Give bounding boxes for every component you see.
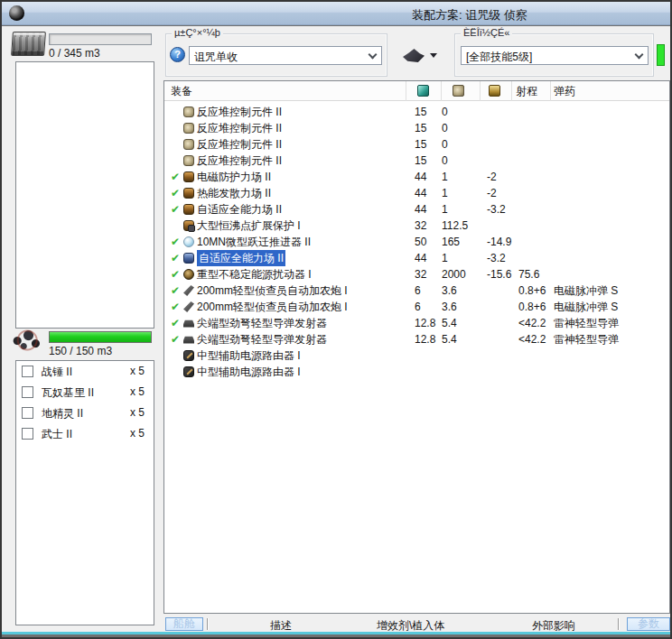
module-icon — [183, 318, 194, 329]
equipment-row[interactable]: ✔ 电磁防护力场 II 44 1 -2 — [164, 169, 669, 185]
drone-item[interactable]: 瓦奴基里 II x 5 — [20, 384, 150, 403]
capacitor-icon — [489, 85, 500, 97]
module-icon — [183, 220, 194, 231]
equipment-row[interactable]: ✔ 热能发散力场 II 44 1 -2 — [164, 185, 669, 201]
module-name: 自适应全能力场 II — [197, 201, 282, 218]
pg-value: 112.5 — [442, 218, 468, 234]
module-icon — [183, 350, 194, 361]
row-check-icon: ✔ — [171, 234, 180, 250]
drone-checkbox[interactable] — [22, 407, 33, 419]
equipment-row[interactable]: 大型恒沸点扩展保护 I 32 112.5 — [164, 218, 669, 234]
cpu-value: 32 — [415, 266, 426, 282]
module-name: 自适应全能力场 II — [197, 250, 285, 266]
equipment-row[interactable]: 反应堆控制元件 II 15 0 — [164, 104, 669, 120]
pg-value: 1 — [442, 185, 448, 201]
character-status-indicator — [657, 44, 665, 66]
tab-parameters-button[interactable]: 参数 — [627, 617, 670, 631]
pg-value: 0 — [442, 153, 448, 169]
cargo-hold-list[interactable] — [15, 61, 154, 329]
module-name: 尖端型劲弩轻型导弹发射器 — [197, 315, 327, 331]
fit-dropdown[interactable]: 诅咒单收 — [189, 46, 382, 65]
drone-capacity-label: 150 / 150 m3 — [49, 345, 112, 357]
drone-item[interactable]: 武士 II x 5 — [20, 426, 150, 444]
equipment-row[interactable]: 中型辅助电源路由器 I — [164, 364, 669, 380]
cpu-value: 44 — [415, 201, 426, 218]
chevron-down-icon — [369, 51, 378, 60]
drone-name: 地精灵 II — [42, 406, 83, 421]
cpu-value: 15 — [415, 120, 426, 136]
character-dropdown[interactable]: [全部技能5级] — [461, 46, 649, 65]
cpu-value: 44 — [415, 185, 426, 201]
drone-item[interactable]: 地精灵 II x 5 — [20, 405, 150, 423]
col-equipment-label: 装备 — [171, 84, 192, 99]
equipment-row[interactable]: 中型辅助电源路由器 I — [164, 347, 669, 364]
range-value: 0.8+6 — [518, 299, 546, 315]
cap-value: -2 — [487, 185, 497, 201]
range-value: <42.2 — [518, 331, 546, 347]
drone-checkbox[interactable] — [22, 386, 33, 398]
tab-hull-button[interactable]: 船舱 — [165, 617, 203, 631]
module-icon — [183, 334, 194, 345]
module-name: 反应堆控制元件 II — [197, 104, 282, 120]
range-value: 75.6 — [518, 266, 539, 282]
cpu-value: 15 — [415, 136, 426, 153]
powergrid-icon — [453, 85, 464, 97]
equipment-row[interactable]: 反应堆控制元件 II 15 0 — [164, 153, 669, 169]
cpu-value: 6 — [415, 299, 421, 315]
equipment-row[interactable]: ✔ 重型不稳定能源扰动器 I 32 2000 -15.6 75.6 — [164, 266, 669, 282]
drone-checkbox[interactable] — [22, 428, 33, 440]
equipment-row[interactable]: ✔ 尖端型劲弩轻型导弹发射器 12.8 5.4 <42.2 雷神轻型导弹 — [164, 315, 669, 331]
equipment-table: 装备 射程 弹药 反应堆控制元件 II 15 0 反应堆控制元件 II 15 — [163, 80, 670, 614]
module-icon — [183, 366, 194, 377]
ship-icon — [403, 49, 425, 62]
app-icon — [9, 5, 24, 21]
chevron-down-icon — [635, 51, 644, 60]
cap-value: -14.9 — [487, 234, 511, 250]
drone-checkbox[interactable] — [22, 366, 33, 377]
equipment-row[interactable]: ✔ 200mm轻型侦查员自动加农炮 I 6 3.6 0.8+6 电磁脉冲弹 S — [164, 282, 669, 299]
row-check-icon: ✔ — [171, 315, 180, 331]
module-icon — [183, 139, 194, 150]
character-group-label: ÈËÎï½ÇÉ« — [461, 27, 512, 38]
title-bar[interactable]: 装配方案: 诅咒级 侦察 — [2, 2, 670, 25]
equipment-table-header[interactable]: 装备 射程 弹药 — [164, 81, 669, 101]
module-name: 200mm轻型侦查员自动加农炮 I — [197, 282, 348, 299]
module-icon — [183, 106, 194, 117]
cpu-value: 12.8 — [415, 315, 435, 331]
module-icon — [183, 188, 194, 199]
drone-item[interactable]: 战锤 II x 5 — [20, 364, 150, 382]
drone-quantity: x 5 — [130, 427, 145, 440]
dropdown-arrow-icon — [430, 53, 437, 58]
row-check-icon: ✔ — [171, 169, 180, 185]
cargo-capacity-bar — [49, 33, 152, 45]
pg-value: 3.6 — [442, 282, 457, 299]
equipment-row[interactable]: 反应堆控制元件 II 15 0 — [164, 136, 669, 153]
cap-value: -15.6 — [487, 266, 511, 282]
window-title: 装配方案: 诅咒级 侦察 — [298, 7, 641, 23]
drone-bay-list[interactable]: 战锤 II x 5 瓦奴基里 II x 5 地精灵 II x 5 武士 II x… — [15, 360, 154, 625]
equipment-row[interactable]: ✔ 10MN微型跃迁推进器 II 50 165 -14.9 — [164, 234, 669, 250]
cpu-icon — [417, 85, 429, 97]
equipment-row[interactable]: ✔ 200mm轻型侦查员自动加农炮 I 6 3.6 0.8+6 电磁脉冲弹 S — [164, 299, 669, 315]
module-icon — [183, 155, 194, 166]
equipment-row[interactable]: ✔ 尖端型劲弩轻型导弹发射器 12.8 5.4 <42.2 雷神轻型导弹 — [164, 331, 669, 347]
drone-name: 武士 II — [42, 427, 72, 442]
module-name: 10MN微型跃迁推进器 II — [197, 234, 311, 250]
module-icon — [183, 123, 194, 134]
pg-value: 165 — [442, 234, 460, 250]
col-range-label: 射程 — [516, 84, 537, 99]
pg-value: 5.4 — [442, 315, 457, 331]
ship-browser-button[interactable] — [403, 47, 439, 65]
row-check-icon: ✔ — [171, 250, 180, 266]
pg-value: 1 — [442, 169, 448, 185]
cpu-value: 32 — [415, 218, 426, 234]
module-name: 中型辅助电源路由器 I — [197, 364, 301, 380]
drone-name: 瓦奴基里 II — [42, 385, 94, 401]
help-icon[interactable]: ? — [170, 47, 185, 62]
equipment-row[interactable]: ✔ 自适应全能力场 II 44 1 -3.2 — [164, 201, 669, 218]
cpu-value: 15 — [415, 104, 426, 120]
equipment-row[interactable]: 反应堆控制元件 II 15 0 — [164, 120, 669, 136]
pg-value: 2000 — [442, 266, 466, 282]
equipment-row[interactable]: ✔ 自适应全能力场 II 44 1 -3.2 — [164, 250, 669, 266]
module-name: 反应堆控制元件 II — [197, 153, 282, 169]
